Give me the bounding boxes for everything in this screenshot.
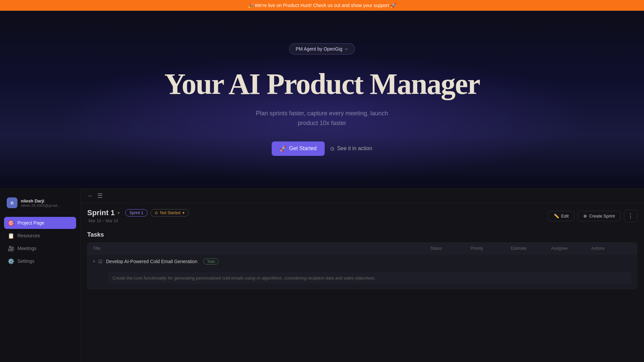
top-banner: 🎉 We're live on Product Hunt! Check us o…	[0, 0, 644, 11]
sprint-name: Sprint 1	[87, 208, 115, 217]
task-checkbox-icon[interactable]: ☑	[98, 259, 103, 264]
pm-agent-label: PM Agent by OpenGig →	[296, 46, 348, 52]
header-estimate: Estimate	[511, 246, 551, 251]
task-table: Title Status Priority Estimate Assignee …	[87, 242, 637, 289]
edit-button[interactable]: ✏️ Edit	[548, 211, 574, 221]
create-sprint-button[interactable]: ⊕ Create Sprint	[578, 211, 621, 221]
rocket-icon: 🚀	[280, 145, 286, 152]
avatar: n	[7, 197, 17, 208]
hero-section: PM Agent by OpenGig → Your AI Product Ma…	[0, 11, 644, 188]
main-content: ← ☰ Sprint 1 ▾ Sprint 1 ⊙ Not Started ▾ …	[80, 189, 644, 362]
sidebar-item-label: Project Page	[17, 220, 44, 226]
tasks-title: Tasks	[87, 231, 637, 238]
sidebar: n nilesh Darji nilesh.28.2003@gmail... 🎯…	[0, 189, 80, 362]
user-info: nilesh Darji nilesh.28.2003@gmail...	[21, 198, 73, 207]
get-started-label: Get Started	[289, 145, 317, 152]
header-title: Title	[93, 246, 430, 251]
hero-subtitle: Plan sprints faster, capture every meeti…	[256, 109, 388, 128]
todo-badge: Todo	[203, 258, 219, 264]
sidebar-item-project-page[interactable]: 🎯 Project Page	[4, 217, 76, 229]
resources-icon: 📋	[8, 233, 14, 239]
sprint-badge: Sprint 1	[125, 209, 148, 217]
user-email: nilesh.28.2003@gmail...	[21, 203, 73, 207]
task-description: Create the core functionality for genera…	[108, 272, 632, 284]
user-name: nilesh Darji	[21, 198, 73, 203]
subtitle-line1: Plan sprints faster, capture every meeti…	[256, 110, 388, 117]
edit-label: Edit	[561, 214, 569, 219]
task-description-row: Create the core functionality for genera…	[88, 269, 637, 289]
status-label: Not Started	[160, 210, 180, 215]
sprint-name-row: Sprint 1 ▾ Sprint 1 ⊙ Not Started ▾	[87, 208, 189, 217]
header-status: Status	[430, 246, 471, 251]
sprint-title-area: Sprint 1 ▾ Sprint 1 ⊙ Not Started ▾ Mar …	[80, 203, 644, 226]
edit-icon: ✏️	[554, 214, 559, 219]
see-action-label: See it in action	[337, 145, 372, 152]
table-header: Title Status Priority Estimate Assignee …	[88, 243, 637, 254]
sidebar-item-meetings[interactable]: 🎥 Meetings	[4, 242, 76, 254]
sprint-header-bar: ← ☰	[80, 189, 644, 203]
app-shell: n nilesh Darji nilesh.28.2003@gmail... 🎯…	[0, 188, 644, 362]
settings-icon: ⚙️	[8, 258, 14, 264]
pm-agent-button[interactable]: PM Agent by OpenGig →	[289, 43, 355, 55]
more-options-button[interactable]: ⋮	[624, 209, 637, 222]
sidebar-item-settings[interactable]: ⚙️ Settings	[4, 255, 76, 267]
plus-circle-icon: ⊕	[583, 214, 587, 219]
tasks-section: Tasks Title Status Priority Estimate Ass…	[80, 226, 644, 289]
sidebar-nav: 🎯 Project Page 📋 Resources 🎥 Meetings ⚙️…	[4, 217, 76, 267]
task-name: Develop AI-Powered Cold Email Generation	[106, 259, 197, 264]
sidebar-item-resources[interactable]: 📋 Resources	[4, 230, 76, 242]
sidebar-item-label: Resources	[17, 233, 40, 238]
sprint-chevron-icon[interactable]: ▾	[117, 210, 120, 216]
back-button[interactable]: ←	[87, 192, 93, 199]
sprint-actions: ✏️ Edit ⊕ Create Sprint ⋮	[548, 209, 637, 222]
sprint-left: Sprint 1 ▾ Sprint 1 ⊙ Not Started ▾ Mar …	[87, 208, 189, 223]
see-action-button[interactable]: ⊙ See it in action	[330, 145, 372, 152]
sidebar-item-label: Settings	[17, 258, 35, 264]
subtitle-line2: product 10x faster	[298, 120, 346, 126]
header-actions: Actions	[591, 246, 632, 251]
sidebar-item-label: Meetings	[17, 246, 37, 251]
banner-text: 🎉 We're live on Product Hunt! Check us o…	[248, 3, 396, 8]
meetings-icon: 🎥	[8, 245, 14, 251]
table-row: ▾ ☑ Develop AI-Powered Cold Email Genera…	[88, 254, 637, 269]
status-chevron-icon: ▾	[182, 210, 184, 215]
hero-buttons: 🚀 Get Started ⊙ See it in action	[272, 141, 372, 156]
header-priority: Priority	[471, 246, 511, 251]
get-started-button[interactable]: 🚀 Get Started	[272, 141, 325, 156]
create-sprint-label: Create Sprint	[589, 214, 615, 219]
row-chevron-icon[interactable]: ▾	[93, 259, 95, 264]
task-title-cell: ▾ ☑ Develop AI-Powered Cold Email Genera…	[93, 258, 430, 264]
status-circle-icon: ⊙	[155, 210, 158, 215]
sprint-date: Mar 10 – Mar 24	[87, 219, 189, 223]
user-profile: n nilesh Darji nilesh.28.2003@gmail...	[4, 194, 76, 212]
play-icon: ⊙	[330, 145, 334, 152]
status-badge[interactable]: ⊙ Not Started ▾	[150, 209, 189, 217]
hero-title: Your AI Product Manager	[164, 68, 480, 101]
header-assignee: Assignee	[551, 246, 591, 251]
project-icon: 🎯	[8, 220, 14, 226]
menu-button[interactable]: ☰	[97, 192, 103, 199]
